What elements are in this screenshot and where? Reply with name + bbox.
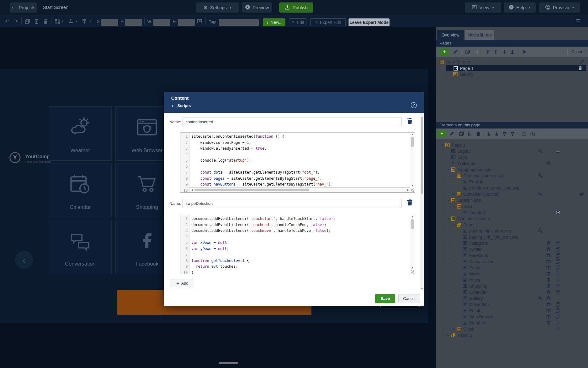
tree-row-welcome[interactable]: Welcome — [436, 160, 588, 167]
move-up-icon[interactable] — [492, 48, 499, 55]
expander-open-icon[interactable]: ▼ — [453, 174, 456, 177]
tree-row-twitter[interactable]: Twitter — [436, 246, 588, 252]
help-button[interactable]: ? Help ▼ — [504, 2, 536, 13]
tile-weather[interactable]: Weather — [49, 106, 112, 161]
add-element-button[interactable]: + — [437, 130, 447, 137]
tree-row-panel-1[interactable]: ▼Panel 1 — [436, 222, 588, 228]
tree-row-container-vertical-[interactable]: ▶Container (vertical) — [436, 191, 588, 197]
tree-row-office-365[interactable]: Office 365 — [436, 301, 588, 308]
projects-button[interactable]: ← Projects — [10, 2, 37, 13]
settings-button[interactable]: ⚙ Settings ▼ — [196, 2, 239, 13]
expander-open-icon[interactable]: ▼ — [441, 144, 444, 147]
duplicate-icon[interactable] — [24, 18, 31, 24]
edit-button[interactable]: ✎Edit — [289, 18, 307, 26]
move-down-icon[interactable] — [501, 48, 508, 55]
edit-page-icon[interactable] — [452, 48, 459, 55]
bring-forward-icon[interactable] — [493, 130, 500, 137]
leave-expert-mode-button[interactable]: Leave Expert Mode — [349, 18, 390, 26]
tree-row-container-horizontal-[interactable]: ▼Container (horizontal) — [436, 173, 588, 179]
expander-closed-icon[interactable]: ▶ — [447, 334, 449, 337]
tree-row-music[interactable]: Music — [436, 271, 588, 277]
preview-button[interactable]: Preview — [242, 2, 272, 13]
expander-closed-icon[interactable]: ▶ — [453, 328, 455, 331]
tree-row-start-screen[interactable]: ⇄Start Screen — [436, 59, 588, 65]
delete-script-icon[interactable] — [406, 117, 413, 125]
expander-open-icon[interactable]: ▼ — [447, 217, 450, 220]
editor-hscrollbar[interactable]: ◀▶ — [190, 187, 410, 192]
tree-row--header-[interactable]: {header} — [436, 209, 588, 216]
editor-vscrollbar[interactable]: ▲▼ — [410, 215, 415, 274]
script-name-input[interactable] — [183, 199, 402, 208]
chevron-down-icon[interactable]: ▼ — [89, 20, 92, 23]
tree-row-dropdown-arrow-icon-svg[interactable]: dropdown_arrow_icon.svg — [436, 185, 588, 191]
tab-overview[interactable]: Overview — [437, 30, 464, 40]
send-to-back-icon[interactable] — [509, 130, 516, 137]
import-element-icon[interactable] — [529, 130, 536, 137]
expander-open-icon[interactable]: ▼ — [453, 205, 456, 208]
tree-row-conversation[interactable]: Conversation — [436, 259, 588, 265]
add-script-button[interactable]: + Add — [171, 279, 194, 287]
position-lock-icon[interactable] — [196, 18, 203, 24]
y-input[interactable] — [125, 19, 142, 26]
w-input[interactable] — [153, 19, 170, 26]
user-menu-button[interactable]: Provisio ▼ — [539, 2, 580, 13]
tags-input[interactable] — [219, 19, 259, 26]
tree-row-latest-news[interactable]: ▼Latest News — [436, 197, 588, 203]
tree-row-web-browser[interactable]: Web Browser — [436, 314, 588, 320]
resize-grip-icon[interactable] — [411, 270, 414, 274]
scrollbar-thumb[interactable] — [421, 117, 423, 194]
delete-icon[interactable] — [42, 18, 49, 24]
tree-row-logo[interactable]: Logo — [436, 154, 588, 160]
play-page-icon[interactable] — [521, 48, 528, 55]
tree-row-gallery[interactable]: Gallery — [436, 295, 588, 301]
h-input[interactable] — [178, 19, 195, 26]
tree-row-english[interactable]: English — [436, 179, 588, 185]
add-page-button[interactable]: + — [440, 48, 449, 55]
tree-row-panel-2[interactable]: ▶Panel 2 — [436, 332, 588, 338]
tree-row-container-swap-[interactable]: ▼⇄Container (swap) — [436, 216, 588, 222]
expander-open-icon[interactable]: ▼ — [447, 168, 450, 171]
tree-row-paging-right-icon-svg[interactable]: paging_right_icon.svg — [436, 228, 588, 234]
move-bottom-icon[interactable] — [509, 48, 516, 55]
tree-row-gallery[interactable]: Gallery — [436, 71, 588, 77]
script-name-input[interactable] — [183, 117, 402, 126]
tree-row-weather[interactable]: Weather — [436, 320, 588, 326]
previous-page-arrow[interactable]: ‹ — [15, 251, 33, 269]
save-button[interactable]: Save — [375, 294, 395, 303]
tree-row-clock[interactable]: ▶Clock — [436, 326, 588, 332]
view-button[interactable]: View ▼ — [465, 2, 501, 13]
undo-icon[interactable]: ↶ — [4, 18, 10, 24]
tree-row-facebook[interactable]: Facebook — [436, 252, 588, 259]
chevron-down-icon[interactable]: ▼ — [171, 105, 174, 108]
arrange-front-icon[interactable] — [67, 18, 74, 24]
arrange-back-icon[interactable] — [81, 18, 88, 24]
tile-conversation[interactable]: Conversation — [49, 220, 112, 274]
expert-edit-button[interactable]: ✎Expert Edit — [310, 18, 346, 26]
send-backward-icon[interactable] — [501, 130, 508, 137]
delete-script-icon[interactable] — [406, 199, 413, 206]
duplicate-page-icon[interactable] — [464, 48, 471, 55]
tree-row-page-1[interactable]: ▼Page 1 — [436, 142, 588, 148]
expander-open-icon[interactable]: ▼ — [453, 223, 456, 226]
canvas-scrollbar-thumb[interactable] — [219, 362, 238, 364]
tree-row-language-selector[interactable]: ▼Language selector — [436, 167, 588, 173]
tree-row-paging-left-light-icon-svg[interactable]: paging_left_light_icon.svg — [436, 234, 588, 240]
expander-closed-icon[interactable]: ▶ — [453, 193, 455, 196]
cancel-button[interactable]: Cancel — [398, 294, 420, 303]
edit-element-icon[interactable] — [448, 130, 455, 137]
move-top-icon[interactable] — [484, 48, 492, 55]
help-icon[interactable]: ? — [411, 102, 417, 108]
collapse-panel-icon[interactable] — [575, 18, 581, 24]
tree-row-podcast[interactable]: Podcast — [436, 265, 588, 271]
script-code-editor[interactable]: 12345678910siteCaster.onContentInserted(… — [180, 132, 415, 193]
trash-icon[interactable] — [578, 66, 583, 71]
tree-row-news[interactable]: News — [436, 277, 588, 283]
bring-to-front-icon[interactable] — [485, 130, 492, 137]
paste-icon[interactable] — [33, 18, 40, 24]
tree-row-calendar[interactable]: Calendar — [436, 289, 588, 295]
tab-media-library[interactable]: Media library — [465, 30, 494, 40]
redo-icon[interactable]: ↷ — [12, 18, 19, 24]
pencil-icon[interactable] — [580, 59, 585, 65]
script-code-editor[interactable]: 12345678910document.addEventListener('to… — [180, 215, 415, 274]
delete-element-icon[interactable] — [475, 130, 482, 137]
